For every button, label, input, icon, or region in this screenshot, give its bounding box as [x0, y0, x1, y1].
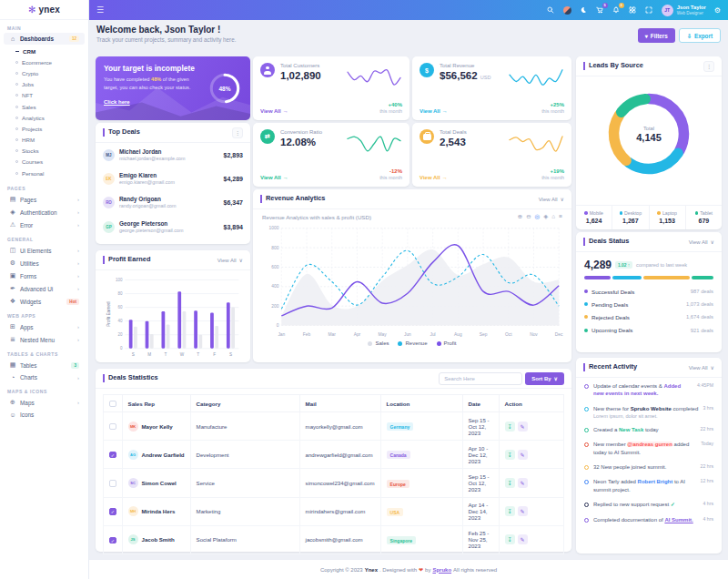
sidebar-item[interactable]: ◈ Authentication ›: [4, 206, 85, 218]
view-all-link[interactable]: View All→: [420, 175, 448, 180]
view-all-link[interactable]: View All→: [420, 108, 448, 114]
sidebar-item[interactable]: ⚙ Utilities ›: [4, 257, 85, 269]
activity-link[interactable]: Robert Bright: [638, 479, 673, 484]
filters-button[interactable]: ▾ Filters: [638, 28, 675, 43]
activity-link[interactable]: ✓: [671, 502, 675, 507]
avatar: MK: [128, 422, 138, 432]
sidebar-item[interactable]: ▤ Pages ›: [4, 193, 85, 206]
download-button[interactable]: ↧: [505, 534, 515, 544]
row-checkbox[interactable]: [109, 537, 116, 544]
row-checkbox[interactable]: [109, 508, 116, 515]
activity-link[interactable]: @andreas gurren: [627, 442, 672, 447]
sidebar-heading-tables: TABLES & CHARTS: [0, 346, 88, 359]
reset-home-icon[interactable]: ⌂: [551, 214, 555, 220]
search-input[interactable]: [439, 372, 522, 385]
sidebar-item[interactable]: ⊞ Apps ›: [4, 320, 85, 333]
sort-by-button[interactable]: Sort By∨: [525, 372, 564, 385]
leads-by-source-panel: Leads By Source ⋮ Total 4,145 Mobile 1,6…: [576, 56, 722, 229]
download-button[interactable]: ↧: [505, 478, 515, 488]
sidebar-subitem[interactable]: Jobs: [0, 79, 88, 90]
legend-item: Revenue: [398, 340, 427, 346]
deal-list-item[interactable]: GP George Pieterson george.pieterson@gma…: [96, 215, 250, 239]
sidebar-item[interactable]: ⊕ Maps ›: [4, 396, 85, 409]
chart-menu-icon[interactable]: ≡: [559, 214, 562, 220]
bullet-icon: [15, 83, 18, 86]
sidebar-subitem[interactable]: Crypto: [0, 67, 88, 78]
edit-button[interactable]: ✎: [518, 506, 528, 516]
notifications-bell-icon[interactable]: 3: [612, 6, 621, 15]
brand-logo[interactable]: ✻ ynex: [0, 0, 88, 20]
user-profile-chip[interactable]: JT Json Taylor Web Designer: [662, 5, 706, 16]
activity-link[interactable]: Spruko Website: [631, 406, 672, 411]
hamburger-menu-icon[interactable]: ☰: [96, 6, 104, 15]
sidebar-item[interactable]: ◔ Charts ›: [4, 371, 85, 383]
svg-text:F: F: [213, 352, 216, 357]
download-button[interactable]: ↧: [505, 422, 515, 432]
selection-zoom-icon[interactable]: ◎: [535, 214, 541, 220]
sidebar-item[interactable]: ▦ Tables 3: [4, 359, 85, 371]
search-icon[interactable]: [547, 6, 555, 15]
sidebar-item[interactable]: ❖ Widgets Hot: [4, 295, 85, 308]
bullet-icon: [15, 127, 18, 130]
sidebar-subitem[interactable]: Sales: [0, 101, 88, 112]
deal-list-item[interactable]: MJ Michael Jordan michael.jordan@example…: [96, 143, 250, 167]
row-checkbox[interactable]: [109, 480, 116, 487]
sidebar-subitem[interactable]: Personal: [0, 168, 88, 178]
language-flag-icon[interactable]: [563, 6, 571, 15]
activity-link[interactable]: New Task: [619, 427, 643, 432]
pan-icon[interactable]: ◈: [543, 214, 548, 220]
panel-menu-button[interactable]: ⋮: [232, 127, 243, 138]
edit-button[interactable]: ✎: [518, 534, 528, 544]
download-button[interactable]: ↧: [505, 450, 515, 460]
sidebar-item[interactable]: ▣ Forms ›: [4, 269, 85, 282]
activity-time: Today: [701, 441, 713, 456]
view-all-dropdown[interactable]: View All ∨: [689, 364, 714, 371]
sidebar-subitem[interactable]: NFT: [0, 90, 88, 101]
sidebar-item[interactable]: ◫ Ui Elements ›: [4, 244, 85, 257]
sidebar-subitem[interactable]: Courses: [0, 157, 88, 168]
view-all-link[interactable]: View All→: [260, 175, 288, 180]
sidebar-subitem[interactable]: Ecommerce: [0, 56, 88, 67]
sidebar-item[interactable]: ☺ Icons: [4, 409, 85, 421]
zoom-in-icon[interactable]: ⊕: [518, 214, 522, 220]
sidebar-subitem[interactable]: Projects: [0, 123, 88, 134]
view-all-dropdown[interactable]: View All ∨: [539, 196, 564, 202]
settings-gear-icon[interactable]: ⚙: [714, 6, 721, 15]
cart-icon[interactable]: 5: [596, 6, 604, 15]
bullet-icon: [15, 61, 18, 64]
row-checkbox[interactable]: [109, 423, 116, 431]
activity-link[interactable]: AI Summit.: [664, 517, 693, 523]
sidebar-subitem[interactable]: Analytics: [0, 112, 88, 123]
sidebar-item[interactable]: ✒ Advanced Ui ›: [4, 282, 85, 295]
zoom-out-icon[interactable]: ⊖: [526, 214, 531, 220]
export-button[interactable]: ⇩ Export: [679, 28, 721, 43]
view-all-link[interactable]: View All→: [260, 108, 288, 114]
fullscreen-icon[interactable]: [645, 6, 653, 15]
sidebar-item[interactable]: ⚠ Error ›: [4, 218, 85, 231]
apps-grid-icon[interactable]: [629, 6, 637, 15]
sidebar-subitem[interactable]: Stocks: [0, 146, 88, 157]
sidebar-subitem[interactable]: CRM: [0, 46, 88, 56]
select-all-checkbox[interactable]: [109, 401, 116, 408]
customers-sparkline: [346, 66, 402, 88]
edit-button[interactable]: ✎: [518, 478, 528, 488]
view-all-dropdown[interactable]: View All ∨: [217, 257, 243, 263]
svg-text:W: W: [180, 352, 185, 357]
download-button[interactable]: ↧: [505, 506, 515, 516]
svg-text:S: S: [132, 352, 135, 357]
sidebar: ✻ ynex MAIN ⌂ Dashboards 12 CRM Ecommerc…: [0, 0, 89, 579]
edit-button[interactable]: ✎: [518, 422, 528, 432]
view-all-dropdown[interactable]: View All ∨: [689, 239, 714, 245]
designer-link[interactable]: Spruko: [432, 567, 451, 573]
sidebar-item-dashboards[interactable]: ⌂ Dashboards 12: [4, 33, 85, 45]
activity-item: Neon Tarly added Robert Bright to AI sum…: [576, 474, 722, 497]
panel-menu-button[interactable]: ⋮: [703, 61, 714, 72]
click-here-link[interactable]: Click here: [104, 99, 130, 105]
deal-list-item[interactable]: RO Randy Origoan randy.origoan@gmail.com…: [96, 191, 250, 215]
sidebar-item[interactable]: ≣ Nested Menu ›: [4, 333, 85, 346]
dark-mode-moon-icon[interactable]: [580, 6, 588, 15]
edit-button[interactable]: ✎: [518, 450, 528, 460]
row-checkbox[interactable]: [109, 452, 116, 459]
sidebar-subitem[interactable]: HRM: [0, 135, 88, 146]
deal-list-item[interactable]: EK Emigo Kiaren emigo.kiaren@gmail.com $…: [96, 167, 250, 190]
